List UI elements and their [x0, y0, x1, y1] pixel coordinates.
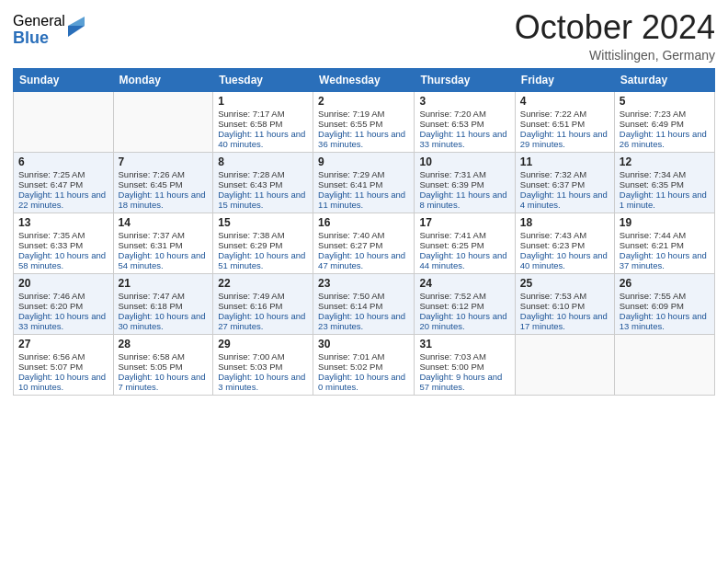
- table-cell: [614, 334, 714, 395]
- sunrise-text: Sunrise: 7:03 AM: [419, 351, 509, 362]
- sunset-text: Sunset: 6:41 PM: [318, 179, 409, 190]
- daylight-text: Daylight: 10 hours and 37 minutes.: [620, 250, 710, 270]
- sunset-text: Sunset: 6:23 PM: [520, 240, 609, 250]
- calendar-table: Sunday Monday Tuesday Wednesday Thursday…: [13, 68, 715, 396]
- sunset-text: Sunset: 6:09 PM: [620, 301, 710, 311]
- table-cell: 23Sunrise: 7:50 AMSunset: 6:14 PMDayligh…: [313, 273, 415, 334]
- table-cell: 19Sunrise: 7:44 AMSunset: 6:21 PMDayligh…: [614, 213, 714, 273]
- svg-marker-0: [68, 26, 85, 37]
- sunset-text: Sunset: 6:12 PM: [419, 301, 509, 311]
- daylight-text: Daylight: 11 hours and 8 minutes.: [419, 190, 509, 210]
- table-cell: 6Sunrise: 7:25 AMSunset: 6:47 PMDaylight…: [14, 152, 114, 213]
- week-row-2: 6Sunrise: 7:25 AMSunset: 6:47 PMDaylight…: [14, 152, 715, 213]
- daylight-text: Daylight: 10 hours and 20 minutes.: [419, 311, 509, 331]
- location: Wittislingen, Germany: [515, 48, 715, 63]
- day-number: 26: [620, 277, 710, 290]
- sunset-text: Sunset: 5:03 PM: [218, 362, 308, 372]
- header-friday: Friday: [515, 68, 614, 91]
- table-cell: 20Sunrise: 7:46 AMSunset: 6:20 PMDayligh…: [14, 273, 114, 334]
- daylight-text: Daylight: 10 hours and 47 minutes.: [318, 250, 409, 270]
- table-cell: 5Sunrise: 7:23 AMSunset: 6:49 PMDaylight…: [614, 91, 714, 152]
- sunrise-text: Sunrise: 7:40 AM: [318, 230, 409, 240]
- day-number: 20: [18, 277, 108, 290]
- daylight-text: Daylight: 10 hours and 58 minutes.: [18, 250, 108, 270]
- daylight-text: Daylight: 11 hours and 15 minutes.: [218, 190, 308, 210]
- sunrise-text: Sunrise: 7:31 AM: [419, 169, 509, 179]
- sunrise-text: Sunrise: 7:46 AM: [18, 291, 108, 301]
- table-cell: 29Sunrise: 7:00 AMSunset: 5:03 PMDayligh…: [213, 334, 313, 395]
- sunset-text: Sunset: 6:10 PM: [520, 301, 609, 311]
- header-saturday: Saturday: [614, 68, 714, 91]
- sunrise-text: Sunrise: 7:34 AM: [620, 169, 710, 179]
- table-cell: 9Sunrise: 7:29 AMSunset: 6:41 PMDaylight…: [313, 152, 415, 213]
- sunrise-text: Sunrise: 7:26 AM: [119, 169, 209, 179]
- day-number: 2: [318, 95, 409, 108]
- day-number: 8: [218, 155, 308, 168]
- day-number: 25: [520, 277, 609, 290]
- sunset-text: Sunset: 6:35 PM: [620, 179, 710, 190]
- sunrise-text: Sunrise: 7:52 AM: [419, 291, 509, 301]
- day-number: 30: [318, 338, 409, 350]
- daylight-text: Daylight: 10 hours and 7 minutes.: [119, 372, 209, 392]
- day-number: 15: [218, 216, 308, 229]
- table-cell: 27Sunrise: 6:56 AMSunset: 5:07 PMDayligh…: [14, 334, 114, 395]
- daylight-text: Daylight: 11 hours and 4 minutes.: [520, 190, 609, 210]
- day-number: 1: [218, 95, 308, 108]
- sunset-text: Sunset: 5:00 PM: [419, 362, 509, 372]
- day-number: 11: [520, 155, 609, 168]
- table-cell: 21Sunrise: 7:47 AMSunset: 6:18 PMDayligh…: [113, 273, 213, 334]
- logo-icon: [68, 17, 85, 37]
- table-cell: 8Sunrise: 7:28 AMSunset: 6:43 PMDaylight…: [213, 152, 313, 213]
- daylight-text: Daylight: 10 hours and 23 minutes.: [318, 311, 409, 331]
- day-number: 10: [419, 155, 509, 168]
- sunset-text: Sunset: 5:07 PM: [18, 362, 108, 372]
- week-row-3: 13Sunrise: 7:35 AMSunset: 6:33 PMDayligh…: [14, 213, 715, 273]
- header-tuesday: Tuesday: [213, 68, 313, 91]
- day-number: 28: [119, 338, 209, 350]
- day-number: 13: [18, 216, 108, 229]
- table-cell: 1Sunrise: 7:17 AMSunset: 6:58 PMDaylight…: [213, 91, 313, 152]
- day-number: 9: [318, 155, 409, 168]
- table-cell: 24Sunrise: 7:52 AMSunset: 6:12 PMDayligh…: [415, 273, 515, 334]
- sunset-text: Sunset: 6:31 PM: [119, 240, 209, 250]
- daylight-text: Daylight: 10 hours and 51 minutes.: [218, 250, 308, 270]
- sunrise-text: Sunrise: 7:55 AM: [620, 291, 710, 301]
- sunrise-text: Sunrise: 7:53 AM: [520, 291, 609, 301]
- svg-marker-1: [68, 17, 85, 26]
- sunrise-text: Sunrise: 7:35 AM: [18, 230, 108, 240]
- sunset-text: Sunset: 6:47 PM: [18, 179, 108, 190]
- sunrise-text: Sunrise: 7:17 AM: [218, 109, 308, 119]
- daylight-text: Daylight: 10 hours and 17 minutes.: [520, 311, 609, 331]
- sunrise-text: Sunrise: 7:49 AM: [218, 291, 308, 301]
- table-cell: 13Sunrise: 7:35 AMSunset: 6:33 PMDayligh…: [14, 213, 114, 273]
- sunrise-text: Sunrise: 7:01 AM: [318, 351, 409, 362]
- daylight-text: Daylight: 10 hours and 33 minutes.: [18, 311, 108, 331]
- sunrise-text: Sunrise: 7:00 AM: [218, 351, 308, 362]
- daylight-text: Daylight: 10 hours and 40 minutes.: [520, 250, 609, 270]
- sunrise-text: Sunrise: 7:32 AM: [520, 169, 609, 179]
- header-monday: Monday: [113, 68, 213, 91]
- daylight-text: Daylight: 11 hours and 36 minutes.: [318, 129, 409, 149]
- sunrise-text: Sunrise: 7:44 AM: [620, 230, 710, 240]
- day-number: 16: [318, 216, 409, 229]
- sunset-text: Sunset: 6:43 PM: [218, 179, 308, 190]
- daylight-text: Daylight: 10 hours and 10 minutes.: [18, 372, 108, 392]
- sunset-text: Sunset: 6:27 PM: [318, 240, 409, 250]
- month-title: October 2024: [515, 9, 715, 46]
- daylight-text: Daylight: 10 hours and 0 minutes.: [318, 372, 409, 392]
- daylight-text: Daylight: 11 hours and 33 minutes.: [419, 129, 509, 149]
- daylight-text: Daylight: 11 hours and 11 minutes.: [318, 190, 409, 210]
- daylight-text: Daylight: 11 hours and 18 minutes.: [119, 190, 209, 210]
- day-number: 17: [419, 216, 509, 229]
- table-cell: 7Sunrise: 7:26 AMSunset: 6:45 PMDaylight…: [113, 152, 213, 213]
- sunset-text: Sunset: 5:02 PM: [318, 362, 409, 372]
- table-cell: 3Sunrise: 7:20 AMSunset: 6:53 PMDaylight…: [415, 91, 515, 152]
- sunset-text: Sunset: 6:39 PM: [419, 179, 509, 190]
- sunrise-text: Sunrise: 7:38 AM: [218, 230, 308, 240]
- day-number: 23: [318, 277, 409, 290]
- day-number: 18: [520, 216, 609, 229]
- table-cell: 17Sunrise: 7:41 AMSunset: 6:25 PMDayligh…: [415, 213, 515, 273]
- table-cell: 31Sunrise: 7:03 AMSunset: 5:00 PMDayligh…: [415, 334, 515, 395]
- sunrise-text: Sunrise: 7:37 AM: [119, 230, 209, 240]
- sunrise-text: Sunrise: 6:58 AM: [119, 351, 209, 362]
